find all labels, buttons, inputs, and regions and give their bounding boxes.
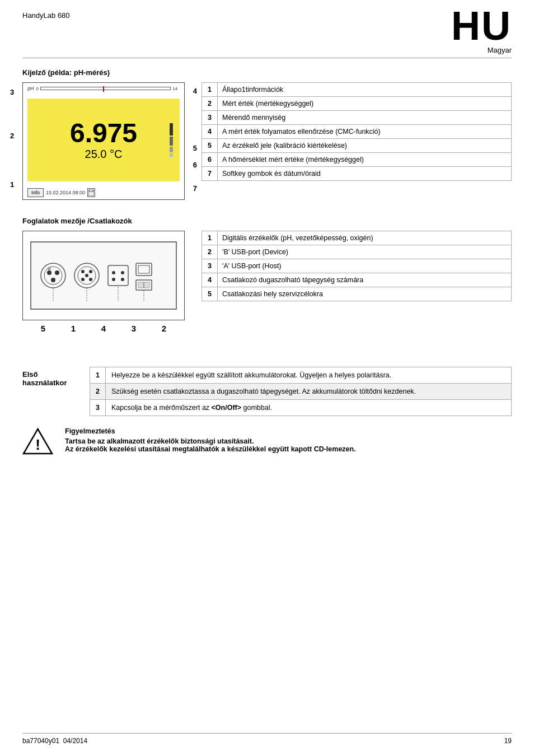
warning-title: Figyelmeztetés bbox=[65, 427, 512, 435]
first-use-label: Első használatkor bbox=[22, 367, 78, 416]
desc-text: Állapo1tinformációk bbox=[218, 83, 512, 97]
desc-text: Softkey gombok és dátum/óraid bbox=[218, 167, 512, 181]
svg-point-15 bbox=[85, 274, 88, 277]
screen-bottom-bar: Info 15.02.2014 08:00 bbox=[27, 188, 180, 197]
label-num-5: 5 bbox=[193, 144, 197, 152]
desc-num: 3 bbox=[202, 111, 218, 125]
desc-num: 6 bbox=[202, 153, 218, 167]
warning-line2: Az érzékelők kezelési utasításai megtalá… bbox=[65, 445, 512, 453]
page-header: HandyLab 680 HU Magyar bbox=[22, 11, 512, 58]
desc-text: 'B' USB-port (Device) bbox=[218, 245, 512, 259]
desc-num: 2 bbox=[202, 97, 218, 111]
display-desc-row: 7Softkey gombok és dátum/óraid bbox=[202, 167, 512, 181]
label-num-1: 1 bbox=[10, 180, 14, 189]
big-value: 6.975 bbox=[70, 120, 137, 147]
desc-num: 5 bbox=[202, 139, 218, 153]
svg-rect-1 bbox=[90, 189, 93, 192]
step-num: 2 bbox=[90, 384, 106, 400]
svg-point-18 bbox=[121, 271, 124, 274]
screen-inner: 6.975 25.0 °C bbox=[27, 99, 180, 181]
svg-point-6 bbox=[55, 270, 59, 275]
step-num: 1 bbox=[90, 367, 106, 384]
desc-num: 4 bbox=[202, 273, 218, 287]
connector-diagram: 5 1 4 3 2 bbox=[22, 231, 190, 333]
label-num-3: 3 bbox=[10, 88, 14, 96]
step-num: 3 bbox=[90, 400, 106, 416]
connector-desc-row: 5Csatlakozási hely szervizcélokra bbox=[202, 287, 512, 301]
svg-point-13 bbox=[81, 278, 85, 281]
warning-triangle-icon: ! bbox=[22, 427, 53, 455]
conn-label-2: 2 bbox=[162, 324, 166, 333]
desc-num: 5 bbox=[202, 287, 218, 301]
connector-desc-table: 1Digitális érzékelők (pH, vezetőképesség… bbox=[202, 231, 512, 333]
display-desc-row: 4A mért érték folyamatos ellenőrzése (CM… bbox=[202, 125, 512, 139]
softkey-btn[interactable]: Info bbox=[27, 188, 44, 197]
lang-code: HU bbox=[451, 6, 512, 46]
display-desc-row: 5Az érzékelő jele (kalibráció kiértékelé… bbox=[202, 139, 512, 153]
device-name: HandyLab 680 bbox=[22, 11, 70, 20]
ph-scale-end: 14 bbox=[172, 86, 177, 91]
temp-value: 25.0 °C bbox=[85, 148, 123, 161]
connector-desc-row: 3'A' USB-port (Host) bbox=[202, 259, 512, 273]
desc-text: Csatlakozó dugaszolható tápegység számár… bbox=[218, 273, 512, 287]
connectors-section: 5 1 4 3 2 1Digitális érzékelők (pH, veze… bbox=[22, 231, 512, 333]
desc-text: A hőmérséklet mért értéke (mértékegységg… bbox=[218, 153, 512, 167]
cal-bar-1 bbox=[170, 123, 173, 136]
desc-num: 1 bbox=[202, 231, 218, 245]
display-diagram: 3 2 1 4 5 6 7 pH 0 14 bbox=[22, 82, 190, 200]
conn-label-3: 3 bbox=[132, 324, 136, 333]
desc-num: 3 bbox=[202, 259, 218, 273]
cal-bar-4 bbox=[170, 153, 173, 157]
first-use-row: 1Helyezze be a készülékkel együtt szállí… bbox=[90, 367, 512, 384]
connector-illustration bbox=[25, 236, 182, 315]
desc-num: 1 bbox=[202, 83, 218, 97]
cal-bars bbox=[170, 123, 173, 157]
cal-bar-2 bbox=[170, 137, 173, 146]
first-use-table: 1Helyezze be a készülékkel együtt szállí… bbox=[90, 367, 512, 416]
display-desc-row: 1Állapo1tinformációk bbox=[202, 83, 512, 97]
desc-text: Csatlakozási hely szervizcélokra bbox=[218, 287, 512, 301]
cal-bar-3 bbox=[170, 147, 173, 152]
warning-icon: ! bbox=[22, 427, 56, 457]
connector-box bbox=[22, 231, 185, 320]
connector-desc-row: 4Csatlakozó dugaszolható tápegység számá… bbox=[202, 273, 512, 287]
label-num-4: 4 bbox=[193, 87, 197, 95]
diagram-wrapper: 3 2 1 4 5 6 7 pH 0 14 bbox=[22, 82, 185, 200]
page-number: 19 bbox=[504, 737, 512, 745]
desc-text: Mérendő mennyiség bbox=[218, 111, 512, 125]
svg-point-12 bbox=[89, 270, 92, 273]
step-text: Kapcsolja be a mérőműszert az <On/Off> g… bbox=[106, 400, 512, 416]
connector-desc-row: 2'B' USB-port (Device) bbox=[202, 245, 512, 259]
svg-point-19 bbox=[112, 278, 115, 281]
ph-marker bbox=[103, 86, 104, 92]
doc-id: ba77040y01 04/2014 bbox=[22, 737, 87, 745]
desc-text: A mért érték folyamatos ellenőrzése (CMC… bbox=[218, 125, 512, 139]
ph-scale-start: 0 bbox=[36, 86, 39, 91]
display-section: 3 2 1 4 5 6 7 pH 0 14 bbox=[22, 82, 512, 200]
desc-text: 'A' USB-port (Host) bbox=[218, 259, 512, 273]
svg-point-14 bbox=[89, 278, 92, 281]
desc-text: Az érzékelő jele (kalibráció kiértékelés… bbox=[218, 139, 512, 153]
connectors-section-title: Foglalatok mezője /Csatlakozók bbox=[22, 217, 512, 225]
display-screen: pH 0 14 6.975 25.0 °C bbox=[22, 82, 185, 200]
desc-text: Digitális érzékelők (pH, vezetőképesség,… bbox=[218, 231, 512, 245]
connector-desc-row: 1Digitális érzékelők (pH, vezetőképesség… bbox=[202, 231, 512, 245]
page-footer: ba77040y01 04/2014 19 bbox=[22, 733, 512, 745]
conn-label-5: 5 bbox=[41, 324, 45, 333]
display-desc-row: 2Mért érték (mértékegységgel) bbox=[202, 97, 512, 111]
first-use-row: 2Szükség esetén csatlakoztassa a dugaszo… bbox=[90, 384, 512, 400]
datetime: 15.02.2014 08:00 bbox=[46, 190, 85, 195]
warning-section: ! Figyelmeztetés Tartsa be az alkalmazot… bbox=[22, 427, 512, 457]
svg-rect-2 bbox=[31, 242, 176, 309]
conn-label-4: 4 bbox=[101, 324, 106, 333]
display-section-title: Kijelző (példa: pH-mérés) bbox=[22, 68, 512, 77]
svg-point-7 bbox=[51, 278, 55, 282]
connector-labels: 5 1 4 3 2 bbox=[22, 324, 185, 333]
display-desc-row: 6A hőmérséklet mért értéke (mértékegység… bbox=[202, 153, 512, 167]
desc-num: 2 bbox=[202, 245, 218, 259]
display-desc-table: 1Állapo1tinformációk2Mért érték (mértéke… bbox=[202, 82, 512, 200]
svg-text:!: ! bbox=[35, 436, 40, 453]
label-num-7: 7 bbox=[193, 184, 197, 193]
first-use-section: Első használatkor 1Helyezze be a készülé… bbox=[22, 367, 512, 416]
step-text: Helyezze be a készülékkel együtt szállít… bbox=[106, 367, 512, 384]
